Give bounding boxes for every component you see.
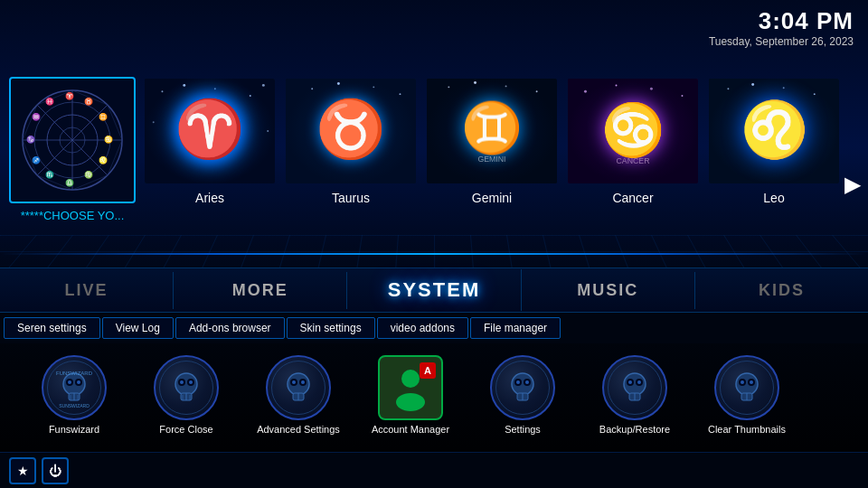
- svg-point-31: [214, 88, 216, 89]
- advanced-settings-label: Advanced Settings: [257, 424, 340, 435]
- funswizard-inner-ring: [47, 361, 101, 415]
- leo-svg: ♌: [709, 77, 839, 185]
- svg-point-39: [337, 82, 340, 85]
- carousel-item-cancer[interactable]: ♋ CANCER Cancer: [566, 77, 700, 205]
- svg-text:♉: ♉: [84, 97, 93, 106]
- svg-point-34: [153, 121, 155, 123]
- svg-text:A: A: [424, 365, 431, 376]
- svg-point-35: [267, 130, 269, 132]
- funswizard-icon-circle: FUNSWIZARD SUNSWIZARD: [42, 355, 107, 420]
- backup-restore-icon-circle: [602, 355, 667, 420]
- carousel-label-cancer: Cancer: [612, 191, 653, 205]
- svg-point-29: [161, 90, 163, 92]
- carousel-thumb-cancer: ♋ CANCER: [566, 77, 700, 185]
- carousel-items: ♈ ♉ ♊ ♋ ♌ ♍ ♎ ♏ ♐ ♑ ♒ ♓ *****CHOOSE: [9, 77, 859, 222]
- svg-text:♊: ♊: [461, 98, 523, 156]
- carousel-next-arrow[interactable]: ▶: [844, 172, 861, 197]
- clear-thumbnails-item[interactable]: Clear Thumbnails: [691, 355, 803, 435]
- funswizard-label: Funswizard: [49, 424, 99, 435]
- svg-point-61: [814, 93, 816, 95]
- svg-point-54: [682, 95, 684, 97]
- backup-restore-label: Backup/Restore: [599, 424, 670, 435]
- svg-text:♈: ♈: [65, 91, 74, 100]
- account-manager-label: Account Manager: [372, 424, 449, 435]
- nav-bar: LIVE MORE SYSTEM MUSIC KIDS: [0, 267, 868, 313]
- star-button[interactable]: ★: [9, 457, 36, 484]
- svg-point-92: [396, 393, 425, 411]
- nav-item-live[interactable]: LIVE: [0, 272, 174, 309]
- taurus-svg: ♉: [286, 77, 416, 185]
- svg-point-91: [401, 370, 420, 388]
- carousel-thumb-taurus: ♉: [284, 77, 418, 185]
- power-button[interactable]: ⏻: [42, 457, 69, 484]
- svg-text:♌: ♌: [741, 98, 809, 162]
- account-manager-item[interactable]: A Account Manager: [354, 355, 467, 435]
- svg-point-38: [311, 88, 313, 89]
- svg-point-52: [616, 84, 618, 86]
- svg-point-32: [250, 95, 251, 97]
- force-close-item[interactable]: Force Close: [130, 355, 242, 435]
- addons-browser-button[interactable]: Add-ons browser: [175, 317, 285, 339]
- file-manager-button[interactable]: File manager: [470, 317, 561, 339]
- svg-text:♐: ♐: [32, 155, 41, 164]
- carousel-thumb-choose: ♈ ♉ ♊ ♋ ♌ ♍ ♎ ♏ ♐ ♑ ♒ ♓: [9, 77, 136, 203]
- settings-label: Settings: [505, 424, 541, 435]
- carousel-item-taurus[interactable]: ♉ Taurus: [284, 77, 418, 205]
- clear-thumbnails-icon-circle: [714, 355, 779, 420]
- svg-text:♓: ♓: [45, 97, 54, 106]
- video-addons-button[interactable]: video addons: [377, 317, 468, 339]
- svg-point-47: [536, 90, 538, 92]
- seren-settings-button[interactable]: Seren settings: [4, 317, 100, 339]
- clock-time: 3:04 PM: [709, 7, 854, 35]
- force-close-icon-circle: [154, 355, 219, 420]
- aries-svg: ♈: [145, 77, 275, 185]
- zodiac-wheel-svg: ♈ ♉ ♊ ♋ ♌ ♍ ♎ ♏ ♐ ♑ ♒ ♓: [18, 86, 127, 194]
- svg-point-30: [183, 83, 185, 86]
- cancer-svg: ♋ CANCER: [568, 77, 698, 185]
- settings-item[interactable]: Settings: [467, 355, 579, 435]
- carousel-label-aries: Aries: [195, 191, 224, 205]
- skin-settings-button[interactable]: Skin settings: [287, 317, 375, 339]
- settings-icon-circle: [490, 355, 555, 420]
- carousel-item-leo[interactable]: ♌ Leo: [707, 77, 841, 205]
- carousel-img-cancer: ♋ CANCER: [568, 79, 698, 183]
- funswizard-item[interactable]: FUNSWIZARD SUNSWIZARD Funswizard: [18, 355, 130, 435]
- nav-item-more[interactable]: MORE: [174, 272, 347, 309]
- svg-text:GEMINI: GEMINI: [477, 155, 505, 164]
- carousel-label-gemini: Gemini: [472, 191, 512, 205]
- svg-point-40: [373, 86, 374, 88]
- carousel-item-aries[interactable]: ♈ Aries: [143, 77, 277, 205]
- svg-point-58: [727, 88, 729, 89]
- svg-text:♈: ♈: [175, 96, 245, 163]
- nav-item-system[interactable]: SYSTEM: [347, 269, 521, 311]
- svg-point-44: [448, 86, 449, 88]
- svg-text:♎: ♎: [65, 178, 74, 187]
- svg-text:♍: ♍: [84, 170, 93, 179]
- clear-thumbnails-inner-ring: [720, 361, 774, 415]
- carousel-img-choose: ♈ ♉ ♊ ♋ ♌ ♍ ♎ ♏ ♐ ♑ ♒ ♓: [11, 79, 134, 202]
- svg-text:♒: ♒: [32, 112, 41, 121]
- view-log-button[interactable]: View Log: [102, 317, 174, 339]
- carousel-label-taurus: Taurus: [332, 191, 370, 205]
- carousel-item-choose[interactable]: ♈ ♉ ♊ ♋ ♌ ♍ ♎ ♏ ♐ ♑ ♒ ♓ *****CHOOSE: [9, 77, 136, 222]
- svg-text:♏: ♏: [45, 170, 54, 179]
- carousel-thumb-aries: ♈: [143, 77, 277, 185]
- gemini-svg: ♊ GEMINI: [427, 77, 557, 185]
- nav-item-kids[interactable]: KIDS: [695, 272, 868, 309]
- carousel-label-leo: Leo: [763, 191, 784, 205]
- settings-inner-ring: [495, 361, 550, 415]
- account-manager-icon-circle: A: [378, 355, 443, 420]
- svg-point-60: [783, 87, 785, 89]
- svg-text:♋: ♋: [104, 135, 113, 144]
- carousel-thumb-leo: ♌: [707, 77, 841, 185]
- clear-thumbnails-label: Clear Thumbnails: [708, 424, 786, 435]
- advanced-settings-item[interactable]: Advanced Settings: [242, 355, 354, 435]
- carousel-img-gemini: ♊ GEMINI: [427, 79, 557, 183]
- backup-restore-item[interactable]: Backup/Restore: [579, 355, 691, 435]
- nav-item-music[interactable]: MUSIC: [522, 272, 695, 309]
- advanced-settings-icon-circle: [266, 355, 331, 420]
- svg-point-41: [400, 93, 401, 95]
- bottom-bar: ★ ⏻: [0, 452, 868, 488]
- carousel-item-gemini[interactable]: ♊ GEMINI Gemini: [425, 77, 559, 205]
- carousel-thumb-gemini: ♊ GEMINI: [425, 77, 559, 185]
